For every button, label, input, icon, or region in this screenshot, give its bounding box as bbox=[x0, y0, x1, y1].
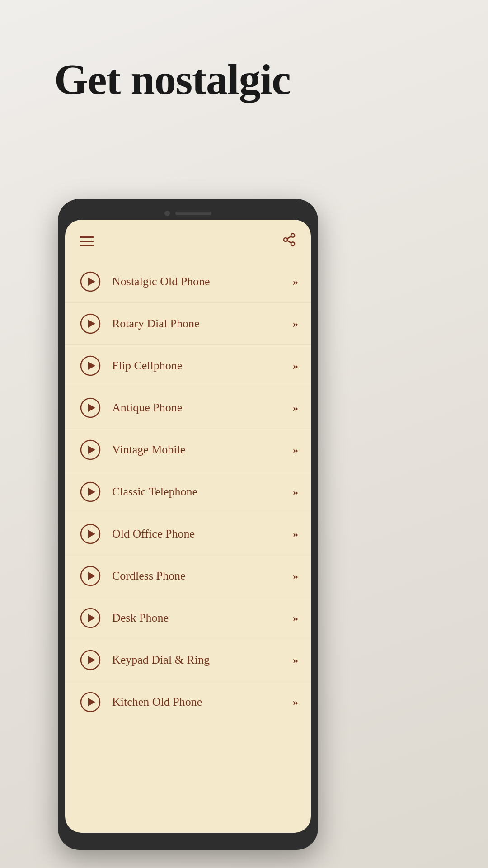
play-icon[interactable] bbox=[80, 313, 101, 335]
svg-marker-12 bbox=[88, 404, 95, 412]
chevron-right-icon: » bbox=[293, 486, 296, 498]
chevron-right-icon: » bbox=[293, 402, 296, 414]
list-item[interactable]: Classic Telephone » bbox=[65, 471, 311, 513]
chevron-right-icon: » bbox=[293, 276, 296, 288]
phone-screen: Nostalgic Old Phone » Rotary Dial Phone … bbox=[65, 220, 311, 833]
chevron-right-icon: » bbox=[293, 444, 296, 456]
svg-point-1 bbox=[284, 238, 287, 241]
list-item[interactable]: Antique Phone » bbox=[65, 387, 311, 429]
item-label: Kitchen Old Phone bbox=[112, 695, 293, 709]
play-icon[interactable] bbox=[80, 649, 101, 671]
list-item[interactable]: Flip Cellphone » bbox=[65, 345, 311, 387]
svg-line-4 bbox=[287, 236, 291, 239]
chevron-right-icon: » bbox=[293, 318, 296, 330]
camera-dot bbox=[164, 211, 170, 216]
menu-button[interactable] bbox=[80, 236, 94, 246]
svg-marker-6 bbox=[88, 278, 95, 286]
play-icon[interactable] bbox=[80, 691, 101, 713]
item-label: Classic Telephone bbox=[112, 485, 293, 499]
list-item[interactable]: Cordless Phone » bbox=[65, 555, 311, 597]
svg-marker-10 bbox=[88, 362, 95, 370]
chevron-right-icon: » bbox=[293, 528, 296, 540]
svg-marker-18 bbox=[88, 530, 95, 538]
item-label: Old Office Phone bbox=[112, 527, 293, 541]
play-icon[interactable] bbox=[80, 271, 101, 292]
item-label: Vintage Mobile bbox=[112, 443, 293, 457]
list-item[interactable]: Rotary Dial Phone » bbox=[65, 303, 311, 345]
chevron-right-icon: » bbox=[293, 612, 296, 624]
item-label: Antique Phone bbox=[112, 401, 293, 415]
page-title: Get nostalgic bbox=[54, 54, 291, 104]
play-icon[interactable] bbox=[80, 439, 101, 461]
item-label: Keypad Dial & Ring bbox=[112, 653, 293, 667]
ringtone-list: Nostalgic Old Phone » Rotary Dial Phone … bbox=[65, 257, 311, 830]
play-icon[interactable] bbox=[80, 355, 101, 377]
list-item[interactable]: Keypad Dial & Ring » bbox=[65, 639, 311, 681]
chevron-right-icon: » bbox=[293, 654, 296, 666]
hamburger-line-2 bbox=[80, 241, 94, 242]
svg-point-0 bbox=[291, 234, 295, 237]
play-icon[interactable] bbox=[80, 397, 101, 419]
item-label: Desk Phone bbox=[112, 611, 293, 625]
svg-point-2 bbox=[291, 242, 295, 245]
item-label: Nostalgic Old Phone bbox=[112, 275, 293, 288]
item-label: Flip Cellphone bbox=[112, 359, 293, 373]
play-icon[interactable] bbox=[80, 523, 101, 545]
chevron-right-icon: » bbox=[293, 570, 296, 582]
app-toolbar bbox=[65, 220, 311, 257]
chevron-right-icon: » bbox=[293, 696, 296, 708]
list-item[interactable]: Old Office Phone » bbox=[65, 513, 311, 555]
svg-marker-14 bbox=[88, 446, 95, 454]
list-item[interactable]: Nostalgic Old Phone » bbox=[65, 261, 311, 303]
svg-marker-22 bbox=[88, 614, 95, 622]
speaker-bar bbox=[175, 212, 211, 215]
phone-frame: Nostalgic Old Phone » Rotary Dial Phone … bbox=[58, 199, 318, 850]
share-button[interactable] bbox=[282, 232, 296, 250]
svg-marker-20 bbox=[88, 572, 95, 580]
list-item[interactable]: Desk Phone » bbox=[65, 597, 311, 639]
hamburger-line-3 bbox=[80, 245, 94, 246]
phone-notch bbox=[65, 206, 311, 220]
svg-marker-24 bbox=[88, 656, 95, 664]
svg-marker-16 bbox=[88, 488, 95, 496]
item-label: Rotary Dial Phone bbox=[112, 317, 293, 330]
item-label: Cordless Phone bbox=[112, 569, 293, 583]
play-icon[interactable] bbox=[80, 481, 101, 503]
chevron-right-icon: » bbox=[293, 360, 296, 372]
hamburger-line-1 bbox=[80, 236, 94, 238]
play-icon[interactable] bbox=[80, 607, 101, 629]
list-item[interactable]: Vintage Mobile » bbox=[65, 429, 311, 471]
svg-marker-8 bbox=[88, 320, 95, 328]
svg-line-3 bbox=[287, 241, 291, 243]
play-icon[interactable] bbox=[80, 565, 101, 587]
svg-marker-26 bbox=[88, 698, 95, 706]
list-item[interactable]: Kitchen Old Phone » bbox=[65, 681, 311, 723]
